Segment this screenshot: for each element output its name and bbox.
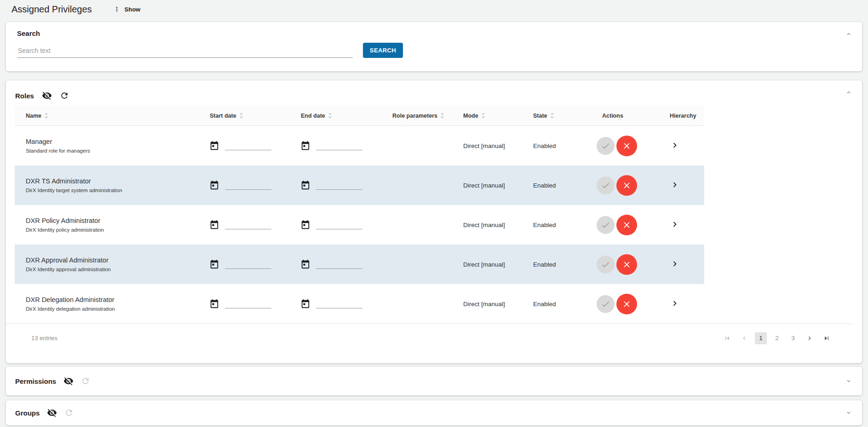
calendar-icon xyxy=(300,259,310,269)
end-date-calendar-button[interactable] xyxy=(300,299,310,309)
close-icon xyxy=(622,181,632,190)
calendar-icon xyxy=(209,299,219,309)
approve-button[interactable] xyxy=(597,216,615,234)
role-name-cell: DXR TS Administrator DirX Identity targe… xyxy=(15,165,199,205)
approve-button[interactable] xyxy=(597,256,615,273)
close-icon xyxy=(622,141,632,151)
permissions-expand-button[interactable] xyxy=(843,375,855,387)
previous-page-button[interactable] xyxy=(738,332,751,345)
column-header[interactable]: Name xyxy=(15,106,199,125)
hide-roles-button[interactable] xyxy=(42,91,52,101)
end-date-calendar-button[interactable] xyxy=(300,220,310,230)
role-name: DXR TS Administrator xyxy=(26,177,91,185)
role-name-cell: DXR Delegation Administrator DirX Identi… xyxy=(15,284,199,324)
actions-cell xyxy=(591,205,659,245)
chevron-left-icon xyxy=(741,334,748,343)
chevron-right-icon xyxy=(670,298,680,308)
pagination: 123 xyxy=(721,332,833,345)
column-header[interactable]: Mode xyxy=(452,106,522,125)
close-icon xyxy=(622,299,632,309)
next-page-button[interactable] xyxy=(803,332,816,345)
check-icon xyxy=(601,181,610,190)
last-page-button[interactable] xyxy=(820,332,833,345)
end-date-calendar-button[interactable] xyxy=(300,259,310,269)
end-date-input[interactable] xyxy=(316,221,362,229)
role-name-cell: DXR Approval Administrator DirX Identity… xyxy=(15,245,199,284)
hierarchy-expand-button[interactable] xyxy=(670,219,680,231)
column-header-label: End date xyxy=(301,113,325,119)
mode-cell: Direct [manual] xyxy=(452,126,522,165)
column-header[interactable]: Hierarchy xyxy=(659,106,704,125)
column-header[interactable]: Role parameters xyxy=(381,106,452,125)
end-date-calendar-button[interactable] xyxy=(300,180,310,190)
show-button[interactable]: Show xyxy=(110,4,144,15)
remove-button[interactable] xyxy=(616,215,637,235)
start-date-calendar-button[interactable] xyxy=(209,180,219,190)
column-header[interactable]: End date xyxy=(290,106,381,125)
groups-expand-button[interactable] xyxy=(843,407,855,419)
refresh-roles-button[interactable] xyxy=(60,91,69,100)
start-date-calendar-button[interactable] xyxy=(209,299,219,309)
start-date-input[interactable] xyxy=(225,300,271,308)
chevron-down-icon xyxy=(845,376,852,386)
column-header[interactable]: State xyxy=(522,106,591,125)
page-title: Assigned Privileges xyxy=(11,4,92,15)
page-number-button[interactable]: 2 xyxy=(771,332,783,344)
approve-button[interactable] xyxy=(597,176,615,194)
role-name: Manager xyxy=(26,138,52,145)
refresh-groups-button[interactable] xyxy=(64,408,74,417)
search-input[interactable] xyxy=(17,43,353,58)
remove-button[interactable] xyxy=(616,294,637,314)
page-number-button[interactable]: 1 xyxy=(755,332,767,344)
remove-button[interactable] xyxy=(616,175,637,196)
hide-permissions-button[interactable] xyxy=(63,376,74,386)
close-icon xyxy=(622,260,632,269)
hierarchy-cell xyxy=(659,165,704,205)
hierarchy-expand-button[interactable] xyxy=(670,140,680,152)
end-date-cell xyxy=(290,284,381,324)
end-date-input[interactable] xyxy=(316,300,362,308)
approve-button[interactable] xyxy=(597,137,615,155)
search-section: Search SEARCH xyxy=(6,22,862,71)
start-date-calendar-button[interactable] xyxy=(209,141,219,151)
roles-collapse-button[interactable] xyxy=(843,86,855,98)
start-date-input[interactable] xyxy=(225,260,271,269)
mode-cell: Direct [manual] xyxy=(452,245,522,284)
hierarchy-cell xyxy=(659,205,704,245)
hierarchy-cell xyxy=(659,284,704,324)
end-date-input[interactable] xyxy=(316,181,362,190)
first-page-button[interactable] xyxy=(721,332,734,345)
remove-button[interactable] xyxy=(616,136,637,156)
calendar-icon xyxy=(209,141,219,151)
end-date-input[interactable] xyxy=(316,142,362,150)
hierarchy-expand-button[interactable] xyxy=(670,298,680,310)
hierarchy-expand-button[interactable] xyxy=(670,180,680,191)
start-date-calendar-button[interactable] xyxy=(209,259,219,269)
search-button[interactable]: SEARCH xyxy=(363,43,403,58)
check-icon xyxy=(601,299,610,309)
end-date-calendar-button[interactable] xyxy=(300,141,310,151)
start-date-input[interactable] xyxy=(225,181,271,190)
start-date-calendar-button[interactable] xyxy=(209,220,219,230)
role-parameters-cell xyxy=(381,284,452,324)
page-buttons: 123 xyxy=(755,332,799,344)
column-header[interactable]: Actions xyxy=(591,106,659,125)
role-parameters-cell xyxy=(381,165,452,205)
remove-button[interactable] xyxy=(616,254,637,275)
page-number-button[interactable]: 3 xyxy=(787,332,799,344)
role-name: DXR Approval Administrator xyxy=(26,256,109,264)
search-collapse-button[interactable] xyxy=(843,28,855,40)
column-header[interactable]: Start date xyxy=(199,106,290,125)
start-date-input[interactable] xyxy=(225,142,271,150)
role-description: DirX Identity policy administration xyxy=(26,227,104,233)
start-date-input[interactable] xyxy=(225,221,271,229)
sort-icon xyxy=(440,112,444,119)
approve-button[interactable] xyxy=(597,295,615,313)
hierarchy-expand-button[interactable] xyxy=(670,259,680,270)
end-date-cell xyxy=(290,165,381,205)
refresh-permissions-button[interactable] xyxy=(81,376,90,386)
permissions-section-title: Permissions xyxy=(15,377,56,385)
end-date-input[interactable] xyxy=(316,260,362,269)
show-button-label: Show xyxy=(125,6,141,13)
hide-groups-button[interactable] xyxy=(47,408,57,418)
